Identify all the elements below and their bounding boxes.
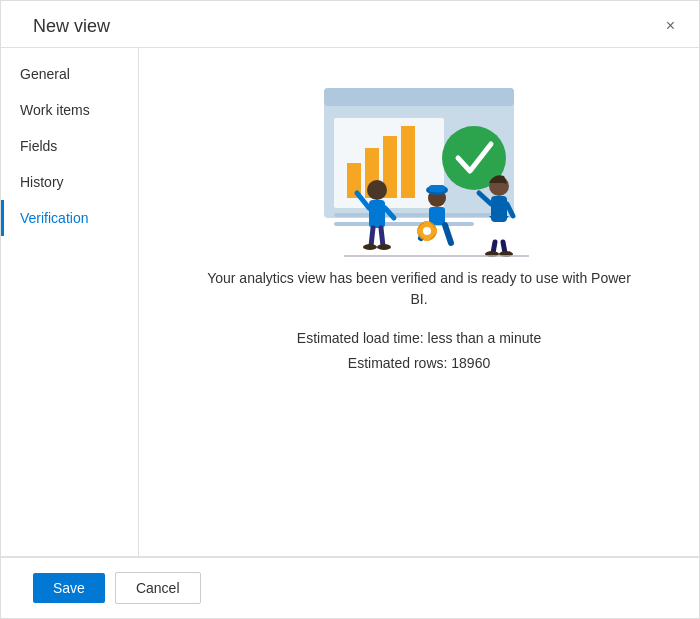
dialog-footer: Save Cancel <box>1 557 699 618</box>
main-content: Your analytics view has been verified an… <box>139 48 699 556</box>
sidebar-item-work-items[interactable]: Work items <box>1 92 138 128</box>
svg-rect-8 <box>334 222 474 226</box>
dialog-header: New view × <box>1 1 699 47</box>
close-button[interactable]: × <box>658 13 683 39</box>
svg-line-15 <box>381 228 383 246</box>
sidebar-item-history[interactable]: History <box>1 164 138 200</box>
sidebar-item-general[interactable]: General <box>1 56 138 92</box>
sidebar: General Work items Fields History Verifi… <box>1 48 139 556</box>
svg-point-25 <box>423 227 431 235</box>
cancel-button[interactable]: Cancel <box>115 572 201 604</box>
svg-rect-29 <box>433 228 437 234</box>
svg-rect-27 <box>424 237 430 241</box>
svg-rect-7 <box>334 213 504 217</box>
verification-illustration <box>289 68 549 268</box>
svg-rect-26 <box>424 221 430 225</box>
svg-line-14 <box>371 228 373 246</box>
save-button[interactable]: Save <box>33 573 105 603</box>
dialog-body: General Work items Fields History Verifi… <box>1 48 699 556</box>
verification-message: Your analytics view has been verified an… <box>199 268 639 310</box>
svg-point-17 <box>377 244 391 250</box>
svg-line-23 <box>445 225 451 243</box>
stats-load: Estimated load time: less than a minute <box>297 326 541 351</box>
svg-point-10 <box>367 180 387 200</box>
stats-rows: Estimated rows: 18960 <box>297 351 541 376</box>
sidebar-item-fields[interactable]: Fields <box>1 128 138 164</box>
dialog-title: New view <box>33 16 110 37</box>
svg-rect-28 <box>417 228 421 234</box>
svg-rect-1 <box>324 88 514 106</box>
svg-rect-11 <box>369 200 385 228</box>
svg-rect-20 <box>429 185 445 192</box>
new-view-dialog: New view × General Work items Fields His… <box>0 0 700 619</box>
stats-section: Estimated load time: less than a minute … <box>297 326 541 376</box>
svg-rect-6 <box>401 126 415 198</box>
svg-point-16 <box>363 244 377 250</box>
sidebar-item-verification[interactable]: Verification <box>1 200 138 236</box>
